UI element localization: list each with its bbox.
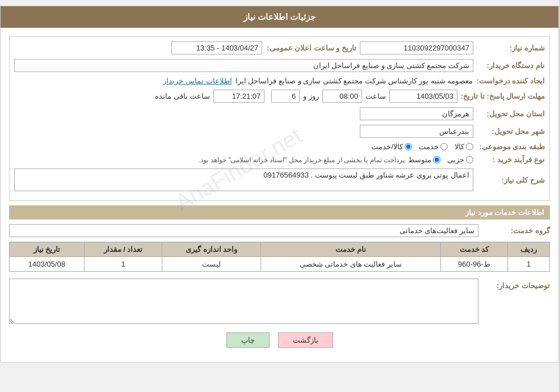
noe-desc: پرداخت تمام یا بخشی از مبلغ خریداز محل "… [199,156,405,164]
sharh-label: شرح کلی نیاز: [477,176,545,184]
sharh-value: اعمال پوتی بروی عرشه شناور طبق لیست پیوس… [14,168,473,191]
page-title: جزئیات اطلاعات نیاز [243,12,316,22]
tvsiyat-label: توضیحات خریدار: [482,279,550,290]
radio-jozee-label: جزیی [447,155,464,164]
radio-khedmat[interactable]: خدمت [419,142,448,151]
print-button[interactable]: چاپ [226,332,270,348]
col-vahed: واحد اندازه گیری [162,242,261,257]
saat-label: ساعت [365,92,386,100]
radio-kala[interactable]: کالا [455,142,473,151]
main-info-section: شماره نیاز: 1103092297000347 تاریخ و ساع… [9,36,550,201]
mohlat-rooz: 6 [271,90,300,103]
radio-motovaset[interactable]: متوسط [408,155,440,164]
radio-kala-khedmat-label: کالا/خدمت [371,142,403,151]
mohlat-date: 1403/05/03 [389,90,457,103]
rooz-label: روز و [303,92,319,100]
eijad-value: معصومه شنبه پور کارشناس شرکت مجتمع کشتی … [236,77,473,85]
row-sharh: شرح کلی نیاز: اعمال پوتی بروی عرشه شناور… [14,168,545,191]
col-radif: ردیف [508,242,550,257]
content-area: شماره نیاز: 1103092297000347 تاریخ و ساع… [1,28,558,362]
baqi-label: ساعت باقی مانده [155,92,210,100]
row-shahr: شهر محل تحویل: بندرعباس [14,125,545,138]
row-description: توضیحات خریدار: [9,279,550,324]
nam-dastgah-value: شرکت مجتمع کشتی سازی و صنایع فراساحل ایر… [14,59,473,72]
row-noe: نوع فرآیند خرید : جزیی متوسط پرداخت تمام… [14,155,545,164]
eijad-label: ایجاد کننده درخواست: [476,77,545,85]
table-cell-5: 1403/05/08 [10,257,85,272]
radio-jozee[interactable]: جزیی [447,155,473,164]
radio-kala-khedmat[interactable]: کالا/خدمت [371,142,412,151]
radio-motovaset-input[interactable] [433,156,440,163]
tabaqe-radio-group: کالا خدمت کالا/خدمت [371,142,473,151]
tarikh-label: تاریخ و ساعت اعلان عمومی: [266,44,356,52]
eijad-link[interactable]: اطلاعات تماس خریدار [163,77,232,85]
mohlat-label: مهلت ارسال پاسخ: تا تاریخ: [461,92,545,100]
table-cell-1: ط-96-960 [440,257,507,272]
radio-jozee-input[interactable] [466,156,473,163]
row-groupe: گروه خدمت: سایر فعالیت‌های خدماتی [9,224,550,237]
radio-motovaset-label: متوسط [408,155,431,164]
row-eijad: ایجاد کننده درخواست: معصومه شنبه پور کار… [14,77,545,85]
row-ostan: استان محل تحویل: هرمزگان [14,107,545,120]
nam-dastgah-label: نام دستگاه خریدار: [477,61,545,70]
row-tabaqe: طبقه بندی موضوعی: کالا خدمت کالا/خدمت [14,142,545,151]
shomare-niaz-value: 1103092297000347 [360,41,473,54]
radio-khedmat-input[interactable] [440,143,448,150]
row-nam-dastgah: نام دستگاه خریدار: شرکت مجتمع کشتی سازی … [14,59,545,72]
table-cell-3: لیست [162,257,261,272]
tabaqe-label: طبقه بندی موضوعی: [477,142,545,151]
ostan-value: هرمزگان [360,107,473,120]
shahr-label: شهر محل تحویل: [477,127,545,136]
col-nam: نام خدمت [261,242,441,257]
col-tedad: تعداد / مقدار [84,242,162,257]
table-cell-4: 1 [84,257,162,272]
tarikh-value: 1403/04/27 - 13:35 [171,41,262,54]
back-button[interactable]: بازگشت [278,332,333,348]
noe-label: نوع فرآیند خرید : [477,155,545,164]
shomare-niaz-label: شماره نیاز: [477,44,545,52]
radio-kala-label: کالا [455,142,464,151]
table-cell-2: سایر فعالیت های خدماتی شخصی [261,257,441,272]
groupe-value: سایر فعالیت‌های خدماتی [9,224,478,237]
radio-khedmat-label: خدمت [419,142,439,151]
table-row: 1ط-96-960سایر فعالیت های خدماتی شخصیلیست… [10,257,550,272]
radio-kala-khedmat-input[interactable] [405,143,412,150]
shahr-value: بندرعباس [360,125,473,138]
khadamat-section-title: اطلاعات خدمات مورد نیاز [9,205,550,220]
radio-kala-input[interactable] [466,143,473,150]
mohlat-time: 17:21:07 [213,90,264,103]
col-kod: کد خدمت [440,242,507,257]
table-cell-0: 1 [508,257,550,272]
row-shomare-tarikh: شماره نیاز: 1103092297000347 تاریخ و ساع… [14,41,545,54]
noe-radio-group: جزیی متوسط [408,155,473,164]
col-tarikh: تاریخ نیاز [10,242,85,257]
ostan-label: استان محل تحویل: [477,109,545,118]
row-mohlat: مهلت ارسال پاسخ: تا تاریخ: 1403/05/03 سا… [14,90,545,103]
main-container: جزئیات اطلاعات نیاز شماره نیاز: 11030922… [0,6,559,363]
groupe-label: گروه خدمت: [482,226,550,235]
button-row: بازگشت چاپ [9,332,550,353]
service-table: ردیف کد خدمت نام خدمت واحد اندازه گیری ت… [9,242,550,272]
page-header: جزئیات اطلاعات نیاز [1,6,558,28]
buyer-description-input[interactable] [9,279,478,324]
mohlat-saat: 08:00 [322,90,362,103]
